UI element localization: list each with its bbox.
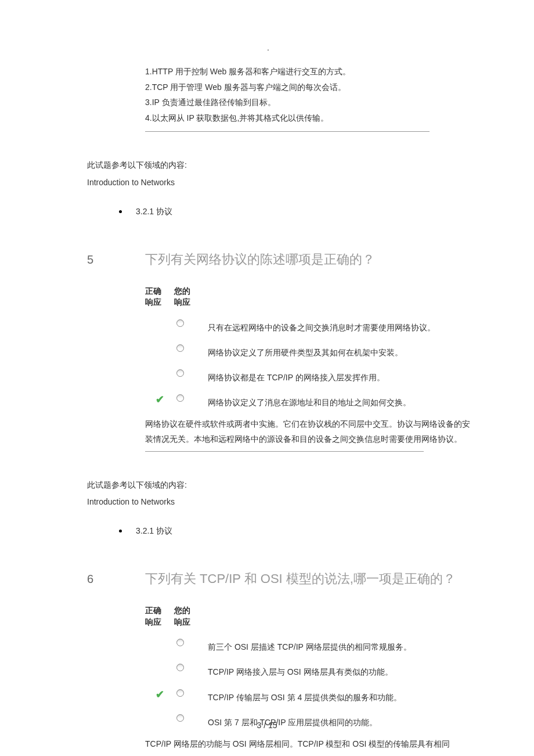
answer-option: 网络协议都是在 TCP/IP 的网络接入层发挥作用。 [145, 367, 488, 385]
explanation-line: 1.HTTP 用于控制 Web 服务器和客户端进行交互的方式。 [145, 64, 488, 80]
header-your: 您的 响应 [174, 286, 203, 308]
radio-icon [176, 394, 184, 402]
explanation-line: 2.TCP 用于管理 Web 服务器与客户端之间的每次会话。 [145, 80, 488, 95]
option-text: 网络协议定义了所用硬件类型及其如何在机架中安装。 [203, 342, 488, 360]
answer-table: 正确 响应 您的 响应 只有在远程网络中的设备之间交换消息时才需要使用网络协议。 [145, 286, 488, 452]
top-explanation: 1.HTTP 用于控制 Web 服务器和客户端进行交互的方式。 2.TCP 用于… [145, 64, 488, 125]
reference-section-2: 此试题参考以下领域的内容: Introduction to Networks 3… [87, 478, 488, 539]
page-number: 3 / 15 [257, 721, 277, 730]
option-text: 网络协议定义了消息在源地址和目的地址之间如何交换。 [203, 392, 488, 410]
your-response[interactable] [174, 317, 203, 327]
correct-indicator [145, 317, 174, 319]
answer-header: 正确 响应 您的 响应 [145, 605, 488, 628]
your-response[interactable] [174, 687, 203, 697]
answer-option: ✔ TCP/IP 传输层与 OSI 第 4 层提供类似的服务和功能。 [145, 687, 488, 705]
answer-option: 前三个 OSI 层描述 TCP/IP 网络层提供的相同常规服务。 [145, 636, 488, 654]
separator-line [145, 451, 424, 452]
explanation-text: 网络协议在硬件或软件或两者中实施。它们在协议栈的不同层中交互。协议与网络设备的安… [145, 417, 488, 446]
option-text: 前三个 OSI 层描述 TCP/IP 网络层提供的相同常规服务。 [203, 636, 488, 654]
answer-option: 网络协议定义了所用硬件类型及其如何在机架中安装。 [145, 342, 488, 360]
question-title: 下列有关 TCP/IP 和 OSI 模型的说法,哪一项是正确的？ [145, 567, 488, 591]
question-number: 5 [87, 248, 145, 452]
bullet-text: 3.2.1 协议 [136, 524, 172, 538]
option-text: 只有在远程网络中的设备之间交换消息时才需要使用网络协议。 [203, 317, 488, 335]
correct-indicator [145, 661, 174, 664]
your-response[interactable] [174, 661, 203, 671]
your-response[interactable] [174, 636, 203, 646]
question-5: 5 下列有关网络协议的陈述哪项是正确的？ 正确 响应 您的 响应 [87, 248, 488, 452]
separator-line [145, 131, 430, 132]
correct-indicator: ✔ [145, 392, 174, 405]
explanation-line: 4.以太网从 IP 获取数据包,并将其格式化以供传输。 [145, 110, 488, 126]
answer-header: 正确 响应 您的 响应 [145, 286, 488, 308]
option-text: 网络协议都是在 TCP/IP 的网络接入层发挥作用。 [203, 367, 488, 385]
reference-intro: 此试题参考以下领域的内容: [87, 478, 488, 492]
your-response[interactable] [174, 392, 203, 402]
correct-indicator [145, 367, 174, 369]
checkmark-icon: ✔ [156, 394, 164, 405]
page-marker: . [267, 41, 269, 55]
main-content: 1.HTTP 用于控制 Web 服务器和客户端进行交互的方式。 2.TCP 用于… [0, 0, 534, 751]
bullet-text: 3.2.1 协议 [136, 204, 172, 219]
answer-option: ✔ 网络协议定义了消息在源地址和目的地址之间如何交换。 [145, 392, 488, 410]
explanation-text: TCP/IP 网络层的功能与 OSI 网络层相同。TCP/IP 模型和 OSI … [145, 737, 488, 751]
your-response[interactable] [174, 367, 203, 377]
header-correct: 正确 响应 [145, 605, 174, 628]
answer-option: TCP/IP 网络接入层与 OSI 网络层具有类似的功能。 [145, 661, 488, 679]
your-response[interactable] [174, 342, 203, 352]
correct-indicator [145, 712, 174, 714]
question-title: 下列有关网络协议的陈述哪项是正确的？ [145, 248, 488, 271]
correct-indicator [145, 636, 174, 639]
radio-icon [176, 344, 184, 352]
radio-icon [176, 664, 184, 671]
reference-bullet: 3.2.1 协议 [119, 204, 488, 219]
bullet-icon [119, 210, 122, 213]
radio-icon [176, 369, 184, 377]
reference-section-1: 此试题参考以下领域的内容: Introduction to Networks 3… [87, 158, 488, 219]
bullet-icon [119, 530, 122, 532]
explanation-line: 3.IP 负责通过最佳路径传输到目标。 [145, 95, 488, 110]
checkmark-icon: ✔ [156, 689, 164, 700]
reference-bullet: 3.2.1 协议 [119, 524, 488, 538]
question-body: 下列有关网络协议的陈述哪项是正确的？ 正确 响应 您的 响应 只有在远程网络中的… [145, 248, 488, 452]
header-correct: 正确 响应 [145, 286, 174, 308]
option-text: TCP/IP 传输层与 OSI 第 4 层提供类似的服务和功能。 [203, 687, 488, 705]
reference-intro: 此试题参考以下领域的内容: [87, 158, 488, 172]
radio-icon [176, 639, 184, 646]
page-footer: 3 / 15 [0, 718, 534, 733]
correct-indicator: ✔ [145, 687, 174, 700]
header-your: 您的 响应 [174, 605, 203, 628]
correct-indicator [145, 342, 174, 344]
answer-option: 只有在远程网络中的设备之间交换消息时才需要使用网络协议。 [145, 317, 488, 335]
option-text: TCP/IP 网络接入层与 OSI 网络层具有类似的功能。 [203, 661, 488, 679]
radio-icon [176, 689, 184, 697]
radio-icon [176, 319, 184, 327]
reference-course: Introduction to Networks [87, 175, 488, 190]
reference-course: Introduction to Networks [87, 495, 488, 509]
